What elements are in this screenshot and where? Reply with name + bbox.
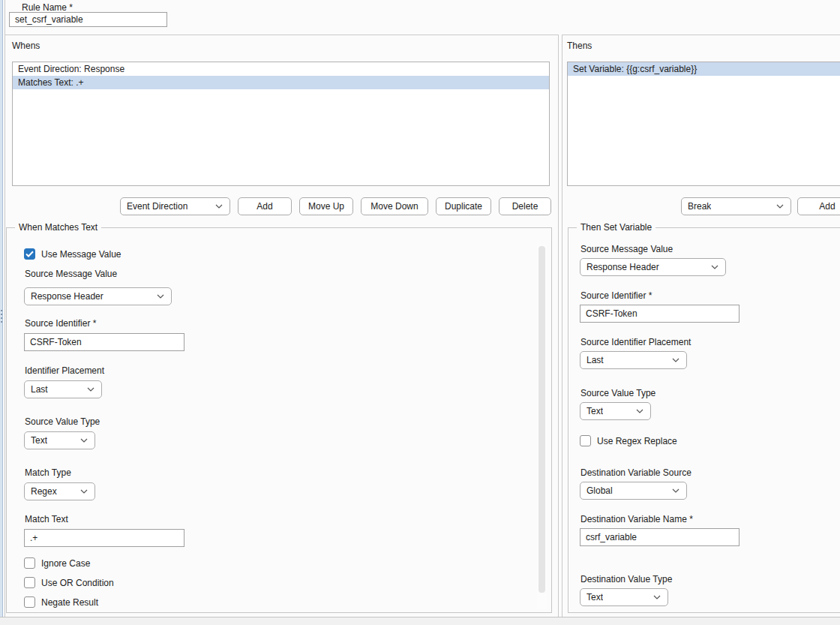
- thens-pane-title: Thens: [567, 41, 592, 51]
- then-source-value-type-label: Source Value Type: [580, 388, 656, 398]
- destination-variable-source-select-value: Global: [586, 485, 613, 496]
- when-editor-group-title: When Matches Text: [15, 222, 101, 233]
- then-source-identifier-label: Source Identifier *: [580, 290, 652, 301]
- then-source-identifier-input[interactable]: [580, 305, 740, 323]
- chevron-down-icon: [87, 387, 94, 392]
- checkbox-icon: [580, 435, 591, 446]
- whens-controls-row: Event Direction Add Move Up Move Down Du…: [120, 197, 551, 215]
- ignore-case-checkbox[interactable]: Ignore Case: [24, 557, 90, 569]
- use-or-condition-label: Use OR Condition: [41, 578, 114, 588]
- source-value-type-select-value: Text: [31, 435, 47, 446]
- checkbox-icon: [24, 596, 35, 608]
- negate-result-label: Negate Result: [41, 597, 98, 608]
- then-editor-group-title: Then Set Variable: [577, 222, 656, 233]
- match-type-select[interactable]: Regex: [24, 482, 95, 500]
- checkbox-icon: [24, 577, 35, 588]
- negate-result-checkbox[interactable]: Negate Result: [24, 596, 98, 608]
- destination-value-type-select[interactable]: Text: [580, 588, 668, 606]
- then-source-message-value-select[interactable]: Response Header: [580, 258, 726, 276]
- identifier-placement-label: Identifier Placement: [25, 365, 104, 376]
- source-value-type-select[interactable]: Text: [24, 431, 95, 449]
- checkbox-icon: [24, 557, 35, 569]
- chevron-down-icon: [80, 438, 88, 443]
- when-delete-button[interactable]: Delete: [499, 197, 551, 215]
- scrollbar-thumb[interactable]: [538, 246, 545, 593]
- when-move-up-button[interactable]: Move Up: [299, 197, 353, 215]
- then-source-value-type-select-value: Text: [586, 406, 603, 416]
- destination-variable-source-select[interactable]: Global: [580, 482, 687, 500]
- chevron-down-icon: [215, 204, 223, 209]
- chevron-down-icon: [636, 409, 644, 413]
- when-list-item[interactable]: Matches Text: .+: [13, 76, 549, 89]
- then-list-item[interactable]: Set Variable: {{g:csrf_variable}}: [568, 62, 840, 76]
- source-message-value-select-value: Response Header: [31, 291, 104, 302]
- whens-pane-title: Whens: [12, 41, 40, 51]
- then-add-button[interactable]: Add: [797, 197, 840, 215]
- then-type-select-value: Break: [688, 201, 711, 212]
- chevron-down-icon: [653, 595, 661, 599]
- destination-value-type-select-value: Text: [586, 592, 603, 602]
- destination-variable-source-label: Destination Variable Source: [580, 467, 692, 478]
- destination-variable-name-label: Destination Variable Name *: [580, 514, 693, 524]
- rule-name-input[interactable]: [9, 12, 167, 27]
- chevron-down-icon: [80, 489, 88, 494]
- source-message-value-label: Source Message Value: [25, 269, 117, 279]
- use-or-condition-checkbox[interactable]: Use OR Condition: [24, 577, 114, 588]
- match-type-label: Match Type: [25, 467, 71, 478]
- when-add-button[interactable]: Add: [238, 197, 292, 215]
- source-identifier-label: Source Identifier *: [25, 318, 96, 329]
- source-identifier-placement-select[interactable]: Last: [580, 351, 687, 369]
- rule-editor-window: Rule Name * Whens Event Direction: Respo…: [0, 0, 840, 625]
- source-identifier-input[interactable]: [24, 333, 184, 351]
- use-message-value-checkbox[interactable]: Use Message Value: [24, 248, 122, 260]
- source-message-value-select[interactable]: Response Header: [24, 287, 172, 305]
- chevron-down-icon: [672, 358, 680, 362]
- left-pane-top-border: [4, 35, 558, 35]
- identifier-placement-select[interactable]: Last: [24, 380, 102, 398]
- chevron-down-icon: [157, 294, 164, 299]
- pane-splitter-left-line: [558, 35, 559, 617]
- right-pane-top-border: [562, 35, 840, 35]
- grip-dot-icon: [1, 314, 2, 315]
- vertical-scrollbar[interactable]: [537, 244, 547, 609]
- use-regex-replace-label: Use Regex Replace: [597, 436, 677, 446]
- grip-dot-icon: [1, 317, 2, 319]
- source-identifier-placement-select-value: Last: [586, 355, 604, 365]
- then-source-message-value-select-value: Response Header: [586, 262, 659, 272]
- rule-name-label: Rule Name *: [22, 2, 73, 13]
- when-move-down-button[interactable]: Move Down: [361, 197, 428, 215]
- when-type-select[interactable]: Event Direction: [120, 197, 230, 215]
- use-regex-replace-checkbox[interactable]: Use Regex Replace: [580, 435, 677, 446]
- grip-dot-icon: [1, 321, 2, 323]
- match-text-input[interactable]: [24, 529, 184, 547]
- then-editor-group: Then Set Variable: [568, 227, 840, 613]
- ignore-case-label: Ignore Case: [41, 558, 90, 569]
- left-pane-border: [4, 0, 5, 617]
- when-type-select-value: Event Direction: [127, 201, 188, 212]
- match-text-label: Match Text: [25, 514, 68, 524]
- source-value-type-label: Source Value Type: [25, 416, 100, 427]
- chevron-down-icon: [776, 204, 784, 209]
- whens-list: Event Direction: ResponseMatches Text: .…: [12, 62, 550, 186]
- then-type-select[interactable]: Break: [681, 197, 791, 215]
- chevron-down-icon: [672, 488, 680, 493]
- then-source-message-value-label: Source Message Value: [580, 244, 673, 254]
- thens-controls-row: Break Add: [681, 197, 840, 215]
- then-source-value-type-select[interactable]: Text: [580, 402, 651, 420]
- bottom-panel-edge: [0, 617, 840, 625]
- identifier-placement-select-value: Last: [31, 384, 48, 395]
- pane-splitter-right-line: [562, 35, 562, 617]
- splitter-handle[interactable]: [0, 0, 3, 617]
- use-message-value-label: Use Message Value: [41, 249, 122, 260]
- source-identifier-placement-label: Source Identifier Placement: [580, 337, 691, 347]
- chevron-down-icon: [711, 265, 718, 269]
- thens-list: Set Variable: {{g:csrf_variable}}: [567, 62, 840, 186]
- grip-dot-icon: [1, 310, 2, 311]
- destination-value-type-label: Destination Value Type: [580, 574, 672, 584]
- match-type-select-value: Regex: [31, 486, 57, 497]
- destination-variable-name-input[interactable]: [580, 528, 740, 546]
- checkbox-icon: [24, 248, 35, 260]
- when-duplicate-button[interactable]: Duplicate: [436, 197, 491, 215]
- when-list-item[interactable]: Event Direction: Response: [13, 62, 549, 76]
